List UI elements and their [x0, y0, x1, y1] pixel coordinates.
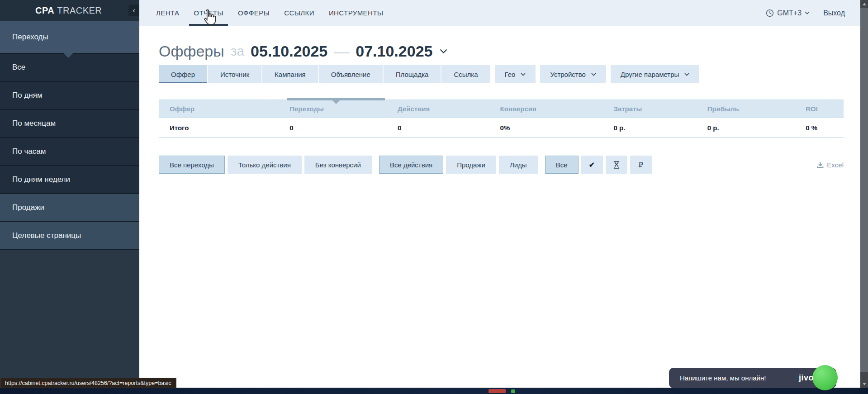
app-logo[interactable]: CPATRACKER: [35, 5, 102, 16]
sidebar-item-label: По часам: [12, 147, 46, 156]
filter-tolko-deystviya[interactable]: Только действия: [228, 156, 302, 174]
nav-item-instrumenty[interactable]: ИНСТРУМЕНТЫ: [324, 0, 388, 26]
column-header-roi[interactable]: ROI: [795, 100, 844, 118]
dropdown-geo[interactable]: Гео: [495, 65, 536, 83]
nav-item-label: ОТЧЕТЫ: [194, 9, 223, 17]
dropdown-ustroystvo[interactable]: Устройство: [540, 65, 606, 83]
sidebar-menu: Переходы Все По дням По месяцам По часам…: [0, 21, 139, 250]
date-from[interactable]: 05.10.2025: [251, 42, 327, 61]
column-sort-indicator[interactable]: [287, 98, 385, 100]
dropdown-label: Другие параметры: [621, 71, 679, 78]
sidebar-item-po-dnyam[interactable]: По дням: [0, 82, 139, 110]
column-header-konversiya[interactable]: Конверсия: [489, 100, 603, 118]
sidebar-item-po-mesyacam[interactable]: По месяцам: [0, 110, 139, 138]
download-icon: [817, 161, 824, 168]
tab-label: Оффер: [171, 71, 195, 78]
logo-bar: CPATRACKER ‹: [0, 0, 139, 21]
nav-right: GMT+3 Выход: [766, 0, 860, 26]
filter-label: Все: [556, 161, 568, 169]
sidebar-item-prodazhi[interactable]: Продажи: [0, 194, 139, 222]
column-header-pribyl[interactable]: Прибыль: [697, 100, 795, 118]
main-content: Офферы за 05.10.2025 — 07.10.2025 Оффер …: [139, 26, 860, 174]
column-header-offer[interactable]: Оффер: [159, 100, 279, 118]
timezone-selector[interactable]: GMT+3: [766, 9, 810, 17]
sidebar-item-po-dnyam-nedeli[interactable]: По дням недели: [0, 166, 139, 194]
sidebar-item-celevye-stranicy[interactable]: Целевые страницы: [0, 222, 139, 250]
tab-offer[interactable]: Оффер: [159, 65, 207, 83]
link-status-tooltip: https://cabinet.cpatracker.ru/users/4825…: [0, 378, 176, 388]
sidebar-item-perehody[interactable]: Переходы: [0, 21, 139, 54]
tab-label: Кампания: [275, 71, 306, 78]
action-filter-group: Все действия Продажи Лиды: [379, 156, 538, 174]
filter-vse-perehody[interactable]: Все переходы: [159, 156, 225, 174]
nav-item-otchety[interactable]: ОТЧЕТЫ: [189, 0, 228, 26]
scroll-down-button[interactable]: [860, 380, 868, 388]
logout-link[interactable]: Выход: [823, 9, 845, 17]
hourglass-icon: [613, 161, 620, 169]
filter-lidy[interactable]: Лиды: [499, 156, 538, 174]
dimension-tabs-row: Оффер Источник Кампания Объявление Площа…: [159, 65, 844, 83]
sidebar-item-po-chasam[interactable]: По часам: [0, 138, 139, 166]
triangle-up-icon: [863, 3, 866, 5]
export-excel-button[interactable]: Excel: [817, 161, 844, 169]
ruble-icon: ₽: [638, 161, 643, 169]
tab-ssylka[interactable]: Ссылка: [441, 65, 490, 83]
chevron-down-icon: [684, 73, 689, 76]
triangle-down-icon: [863, 383, 866, 385]
sidebar: CPATRACKER ‹ Переходы Все По дням По мес…: [0, 0, 139, 379]
filter-confirmed-button[interactable]: ✔: [581, 156, 603, 174]
tab-ploshchadka[interactable]: Площадка: [383, 65, 441, 83]
taskbar-green-icon: [511, 389, 515, 393]
scroll-up-button[interactable]: [860, 0, 868, 8]
filter-bez-konversiy[interactable]: Без конверсий: [304, 156, 372, 174]
nav-item-ssylki[interactable]: ССЫЛКИ: [280, 0, 319, 26]
sidebar-item-label: По дням: [12, 91, 43, 100]
total-roi: 0 %: [795, 118, 844, 138]
taskbar-red-icon: [489, 389, 506, 393]
dropdown-label: Гео: [505, 71, 516, 78]
filter-prodazhi[interactable]: Продажи: [446, 156, 496, 174]
total-pribyl: 0 р.: [697, 118, 795, 138]
tab-kampaniya[interactable]: Кампания: [261, 65, 318, 83]
sidebar-collapse-button[interactable]: ‹: [128, 5, 139, 16]
table-header-row: Оффер Переходы Действия Конверсия Затрат…: [159, 100, 844, 118]
report-title-preposition: за: [231, 42, 244, 61]
filter-vse-deystviya[interactable]: Все действия: [379, 156, 443, 174]
filter-label: Лиды: [510, 161, 527, 169]
export-label: Excel: [827, 161, 844, 169]
filter-label: Только действия: [238, 161, 291, 169]
status-filter-group: Все ✔ ₽: [545, 156, 652, 174]
chat-message: Напишите нам, мы онлайн!: [680, 374, 766, 382]
scrollbar-thumb[interactable]: [860, 8, 868, 372]
tab-obyavlenie[interactable]: Объявление: [318, 65, 383, 83]
chat-widget[interactable]: Напишите нам, мы онлайн! jivo: [669, 368, 836, 388]
nav-item-label: ЛЕНТА: [156, 9, 179, 17]
timezone-value: GMT+3: [777, 9, 802, 17]
date-to[interactable]: 07.10.2025: [356, 42, 432, 61]
sidebar-item-label: Переходы: [12, 33, 48, 42]
report-title: Офферы за 05.10.2025 — 07.10.2025: [159, 42, 844, 61]
tab-istochnik[interactable]: Источник: [207, 65, 261, 83]
total-zatraty: 0 р.: [603, 118, 697, 138]
sidebar-item-label: Продажи: [12, 203, 44, 212]
clock-icon: [766, 9, 774, 17]
dropdown-drugie-parametry[interactable]: Другие параметры: [611, 65, 700, 83]
nav-item-lenta[interactable]: ЛЕНТА: [152, 0, 184, 26]
nav-item-offery[interactable]: ОФФЕРЫ: [233, 0, 274, 26]
filter-pending-button[interactable]: [606, 156, 627, 174]
vertical-scrollbar[interactable]: [860, 0, 868, 388]
status-url: https://cabinet.cpatracker.ru/users/4825…: [5, 380, 171, 386]
column-header-deystviya[interactable]: Действия: [387, 100, 489, 118]
sidebar-item-label: Целевые страницы: [12, 231, 81, 240]
filter-status-vse[interactable]: Все: [545, 156, 579, 174]
table-row-total: Итого 0 0 0% 0 р. 0 р. 0 %: [159, 118, 844, 138]
traffic-filter-group: Все переходы Только действия Без конверс…: [159, 156, 372, 174]
filter-paid-button[interactable]: ₽: [630, 156, 652, 174]
report-title-text: Офферы: [159, 42, 224, 61]
chevron-left-icon: ‹: [133, 6, 135, 15]
column-header-zatraty[interactable]: Затраты: [603, 100, 697, 118]
chevron-down-icon: [440, 49, 447, 54]
chevron-down-icon: [591, 73, 596, 76]
logout-label: Выход: [823, 9, 845, 17]
date-range-toggle[interactable]: [440, 49, 447, 54]
